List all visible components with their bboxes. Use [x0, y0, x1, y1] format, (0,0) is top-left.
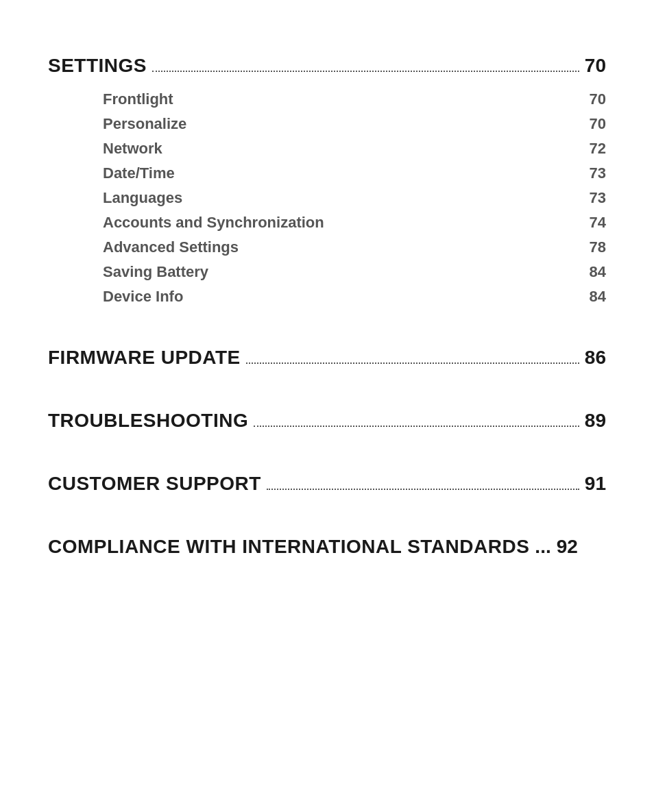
list-item: Network 72 — [103, 140, 606, 158]
list-item: Saving Battery 84 — [103, 263, 606, 281]
list-item: Device Info 84 — [103, 288, 606, 306]
firmware-update-header: FIRMWARE UPDATE 86 — [48, 347, 606, 369]
troubleshooting-title: TROUBLESHOOTING — [48, 410, 248, 432]
list-item: Date/Time 73 — [103, 164, 606, 182]
page: SETTINGS 70 Frontlight 70 Personalize 70… — [0, 0, 654, 812]
advanced-label: Advanced Settings — [103, 238, 239, 256]
device-info-label: Device Info — [103, 288, 183, 306]
accounts-label: Accounts and Synchronization — [103, 214, 324, 232]
languages-page: 73 — [590, 189, 606, 207]
settings-sub-items: Frontlight 70 Personalize 70 Network 72 … — [103, 90, 606, 306]
compliance-section: COMPLIANCE WITH INTERNATIONAL STANDARDS … — [48, 536, 606, 561]
customer-support-section: CUSTOMER SUPPORT 91 — [48, 473, 606, 495]
troubleshooting-header: TROUBLESHOOTING 89 — [48, 410, 606, 432]
personalize-page: 70 — [590, 115, 606, 133]
customer-support-header: CUSTOMER SUPPORT 91 — [48, 473, 606, 495]
settings-title: SETTINGS — [48, 55, 147, 77]
firmware-update-title: FIRMWARE UPDATE — [48, 347, 241, 369]
list-item: Frontlight 70 — [103, 90, 606, 108]
list-item: Personalize 70 — [103, 115, 606, 133]
frontlight-page: 70 — [590, 90, 606, 108]
list-item: Accounts and Synchronization 74 — [103, 214, 606, 232]
compliance-page: 92 — [557, 536, 578, 558]
network-page: 72 — [590, 140, 606, 158]
troubleshooting-page: 89 — [585, 410, 606, 432]
datetime-page: 73 — [590, 164, 606, 182]
firmware-update-section: FIRMWARE UPDATE 86 — [48, 347, 606, 369]
settings-header: SETTINGS 70 — [48, 55, 606, 77]
compliance-title: COMPLIANCE WITH INTERNATIONAL STANDARDS — [48, 536, 529, 558]
languages-label: Languages — [103, 189, 182, 207]
personalize-label: Personalize — [103, 115, 186, 133]
accounts-page: 74 — [590, 214, 606, 232]
advanced-page: 78 — [590, 238, 606, 256]
troubleshooting-section: TROUBLESHOOTING 89 — [48, 410, 606, 432]
datetime-label: Date/Time — [103, 164, 175, 182]
customer-support-dots — [267, 489, 579, 490]
customer-support-page: 91 — [585, 473, 606, 495]
list-item: Languages 73 — [103, 189, 606, 207]
list-item: Advanced Settings 78 — [103, 238, 606, 256]
troubleshooting-dots — [254, 426, 579, 427]
settings-section: SETTINGS 70 Frontlight 70 Personalize 70… — [48, 55, 606, 306]
firmware-update-dots — [246, 362, 579, 364]
compliance-header: COMPLIANCE WITH INTERNATIONAL STANDARDS … — [48, 536, 606, 561]
device-info-page: 84 — [590, 288, 606, 306]
saving-battery-label: Saving Battery — [103, 263, 208, 281]
customer-support-title: CUSTOMER SUPPORT — [48, 473, 261, 495]
saving-battery-page: 84 — [590, 263, 606, 281]
frontlight-label: Frontlight — [103, 90, 173, 108]
network-label: Network — [103, 140, 162, 158]
firmware-update-page: 86 — [585, 347, 606, 369]
settings-dots — [152, 71, 579, 72]
settings-page: 70 — [585, 55, 606, 77]
